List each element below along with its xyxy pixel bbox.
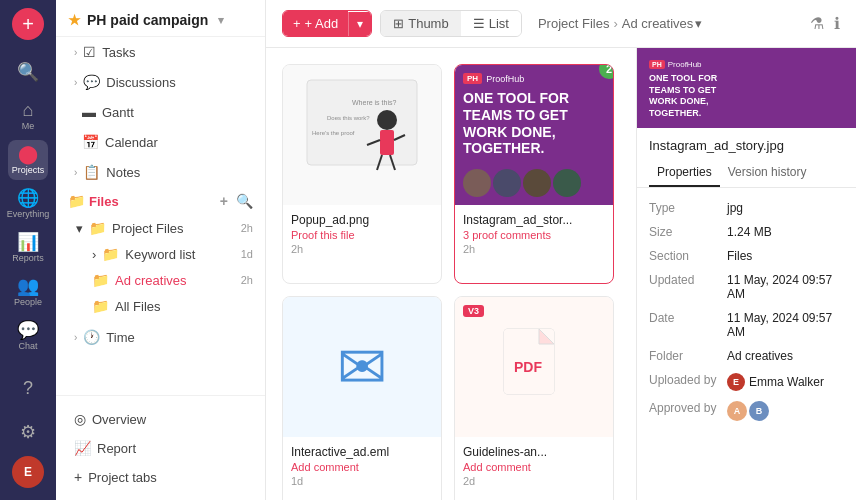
popup-thumbnail-svg: Where is this? Does this work? Here's th…	[297, 70, 427, 200]
file-info-email: Interactive_ad.eml Add comment 1d	[283, 437, 441, 495]
sidebar: ★ PH paid campaign ▾ › ☑ Tasks › 💬 Discu…	[56, 0, 266, 500]
add-file-dropdown[interactable]: ▾	[348, 12, 371, 36]
ph-badge: PH	[463, 73, 482, 84]
global-add-button[interactable]: +	[12, 8, 44, 40]
project-header[interactable]: ★ PH paid campaign ▾	[56, 0, 265, 37]
details-ph-name: ProofHub	[668, 60, 702, 69]
tab-version-history[interactable]: Version history	[720, 159, 815, 187]
file-name-popup: Popup_ad.png	[291, 213, 433, 227]
prop-date-label: Date	[649, 311, 719, 339]
nav-projects[interactable]: ⬤ Projects	[8, 140, 48, 180]
file-time-popup: 2h	[291, 243, 433, 255]
sidebar-report[interactable]: 📈 Report	[62, 434, 259, 462]
time-icon: 🕐	[83, 329, 100, 345]
nav-chat[interactable]: 💬 Chat	[8, 316, 48, 356]
sidebar-calendar-label: Calendar	[105, 135, 158, 150]
breadcrumb-part1[interactable]: Project Files	[538, 16, 610, 31]
prop-updated: Updated 11 May, 2024 09:57 AM	[637, 268, 856, 306]
version-badge: V3	[463, 305, 484, 317]
info-icon[interactable]: ℹ	[834, 14, 840, 33]
add-file-button[interactable]: + + Add ▾	[282, 10, 372, 37]
sidebar-item-gantt[interactable]: ▬ Gantt	[62, 98, 259, 126]
breadcrumb-dropdown[interactable]: ▾	[695, 16, 702, 31]
folder-project-files[interactable]: ▾ 📁 Project Files 2h	[56, 215, 265, 241]
prop-type-label: Type	[649, 201, 719, 215]
file-card-email[interactable]: ✉ Interactive_ad.eml Add comment 1d	[282, 296, 442, 500]
sidebar-overview-label: Overview	[92, 412, 146, 427]
file-info-instagram: Instagram_ad_stor... 3 proof comments 2h	[455, 205, 613, 263]
prop-section-label: Section	[649, 249, 719, 263]
project-dropdown-icon[interactable]: ▾	[218, 14, 224, 27]
nav-me-label: Me	[22, 121, 35, 131]
search-files-icon[interactable]: 🔍	[236, 193, 253, 209]
search-icon: 🔍	[17, 63, 39, 81]
keyword-time-badge: 1d	[241, 248, 253, 260]
file-name-email: Interactive_ad.eml	[291, 445, 433, 459]
sidebar-item-tasks[interactable]: › ☑ Tasks	[62, 38, 259, 66]
file-link-instagram[interactable]: 3 proof comments	[463, 229, 605, 241]
details-panel: PH ProofHub ONE TOOL FORTEAMS TO GETWORK…	[636, 48, 856, 500]
file-grid: Where is this? Does this work? Here's th…	[266, 48, 636, 500]
thumb-view-btn[interactable]: ⊞ Thumb	[381, 11, 460, 36]
nav-reports[interactable]: 📊 Reports	[8, 228, 48, 268]
add-file-icon[interactable]: +	[220, 193, 228, 209]
nav-people-label: People	[14, 297, 42, 307]
folder-keyword-list[interactable]: › 📁 Keyword list 1d	[56, 241, 265, 267]
nav-search[interactable]: 🔍	[8, 52, 48, 92]
file-link-email[interactable]: Add comment	[291, 461, 433, 473]
main-content: + + Add ▾ ⊞ Thumb ☰ List Project Files ›…	[266, 0, 856, 500]
approver-avatars: A B	[727, 401, 844, 421]
list-view-btn[interactable]: ☰ List	[461, 11, 521, 36]
tab-properties[interactable]: Properties	[649, 159, 720, 187]
everything-icon: 🌐	[17, 189, 39, 207]
prop-uploaded-value: E Emma Walker	[727, 373, 844, 391]
sidebar-item-notes[interactable]: › 📋 Notes	[62, 158, 259, 186]
folder-all-files[interactable]: 📁 All Files	[56, 293, 265, 319]
user-avatar[interactable]: E	[12, 456, 44, 488]
prop-uploaded-label: Uploaded by	[649, 373, 719, 391]
breadcrumb-current[interactable]: Ad creatives ▾	[622, 16, 703, 31]
uploader-avatar: E	[727, 373, 745, 391]
prop-type: Type jpg	[637, 196, 856, 220]
tasks-icon: ☑	[83, 44, 96, 60]
filter-icon[interactable]: ⚗	[810, 14, 824, 33]
file-link-popup[interactable]: Proof this file	[291, 229, 433, 241]
insta-logo: PH ProofHub	[463, 73, 524, 84]
sidebar-item-time[interactable]: › 🕐 Time	[62, 323, 259, 351]
chevron-icon: ›	[74, 77, 77, 88]
sidebar-item-discussions[interactable]: › 💬 Discussions	[62, 68, 259, 96]
prop-date: Date 11 May, 2024 09:57 AM	[637, 306, 856, 344]
nav-help[interactable]: ?	[8, 368, 48, 408]
chevron-icon: ›	[74, 167, 77, 178]
proof-count-badge: 2	[599, 65, 613, 79]
details-ph-badge: PH	[649, 60, 665, 69]
sidebar-time-label: Time	[106, 330, 134, 345]
help-icon: ?	[23, 379, 33, 397]
star-icon: ★	[68, 12, 81, 28]
prop-folder-value: Ad creatives	[727, 349, 844, 363]
nav-settings[interactable]: ⚙	[8, 412, 48, 452]
home-icon: ⌂	[23, 101, 34, 119]
add-file-label[interactable]: + + Add	[283, 11, 348, 36]
prop-section-value: Files	[727, 249, 844, 263]
nav-people[interactable]: 👥 People	[8, 272, 48, 312]
file-card-pdf[interactable]: V3 PDF Guidelines-an... Add comment 2d	[454, 296, 614, 500]
folder-ad-creatives[interactable]: 📁 Ad creatives 2h	[56, 267, 265, 293]
sidebar-overview[interactable]: ◎ Overview	[62, 405, 259, 433]
report-icon: 📈	[74, 440, 91, 456]
nav-everything-label: Everything	[7, 209, 50, 219]
file-name-instagram: Instagram_ad_stor...	[463, 213, 605, 227]
person3	[523, 169, 551, 197]
sidebar-files-label[interactable]: Files	[89, 194, 220, 209]
nav-me[interactable]: ⌂ Me	[8, 96, 48, 136]
add-tab-icon: +	[74, 469, 82, 485]
nav-everything[interactable]: 🌐 Everything	[8, 184, 48, 224]
file-card-instagram[interactable]: PH ProofHub ONE TOOL FORTEAMS TO GETWORK…	[454, 64, 614, 284]
sidebar-project-tabs[interactable]: + Project tabs	[62, 463, 259, 491]
insta-people	[463, 169, 581, 197]
file-link-pdf[interactable]: Add comment	[463, 461, 605, 473]
file-card-popup[interactable]: Where is this? Does this work? Here's th…	[282, 64, 442, 284]
prop-updated-value: 11 May, 2024 09:57 AM	[727, 273, 844, 301]
notes-icon: 📋	[83, 164, 100, 180]
sidebar-item-calendar[interactable]: 📅 Calendar	[62, 128, 259, 156]
